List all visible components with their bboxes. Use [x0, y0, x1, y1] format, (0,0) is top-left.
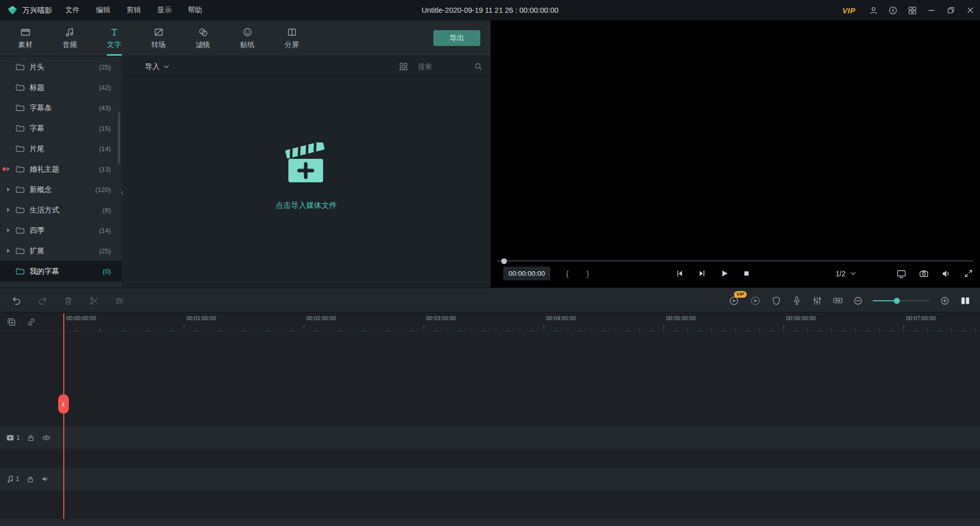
tab-label: 文字 — [107, 40, 121, 50]
tab-splitscreen[interactable]: 分屏 — [270, 20, 314, 56]
display-device-button[interactable] — [896, 269, 906, 279]
audio-track-lock-button[interactable] — [27, 475, 34, 483]
ruler-label: 00:07:00:00 — [906, 315, 936, 321]
tab-label: 音频 — [63, 40, 77, 50]
play-button[interactable] — [720, 269, 729, 278]
play-icon — [720, 269, 729, 278]
tab-media[interactable]: 素材 — [3, 20, 47, 56]
sidebar-item-extensions[interactable]: 扩展 (25) — [0, 241, 122, 261]
export-button[interactable]: 导出 — [433, 30, 480, 46]
sidebar-item-lifestyle[interactable]: 生活方式 (8) — [0, 200, 122, 220]
tab-filters[interactable]: 滤镜 — [181, 20, 225, 56]
sidebar-item-seasons[interactable]: 四季 (14) — [0, 220, 122, 241]
search-input[interactable] — [418, 63, 463, 70]
import-media-dropzone[interactable]: 点击导入媒体文件 — [122, 142, 491, 210]
volume-button[interactable] — [941, 269, 951, 279]
properties-button[interactable] — [114, 296, 125, 306]
sidebar-item-wedding[interactable]: 婚礼主题 (13) — [0, 159, 122, 179]
vip-badge[interactable]: VIP — [842, 6, 855, 15]
search-box[interactable] — [417, 60, 483, 73]
expand-arrow-icon[interactable] — [7, 249, 10, 253]
undo-button[interactable] — [11, 295, 22, 306]
toolbar-left-group — [11, 288, 125, 313]
restore-button[interactable] — [941, 0, 961, 20]
stop-button[interactable] — [743, 270, 750, 277]
delete-button[interactable] — [63, 296, 74, 306]
redo-button[interactable] — [37, 295, 48, 306]
next-frame-button[interactable] — [698, 269, 706, 278]
link-icon — [27, 317, 36, 327]
menu-clip[interactable]: 剪辑 — [127, 6, 141, 15]
sidebar-item-new-concept[interactable]: 新概念 (120) — [0, 179, 122, 200]
sidebar-item-intro[interactable]: 片头 (25) — [0, 57, 122, 77]
sidebar-item-titles[interactable]: 标题 (42) — [0, 77, 122, 98]
fit-timeline-button[interactable] — [832, 295, 843, 306]
playhead-handle[interactable]: ✂ — [58, 394, 69, 414]
mark-out-button[interactable]: } — [586, 267, 589, 280]
timeline-zoom-slider[interactable] — [873, 296, 930, 305]
workspace-layout-button[interactable] — [902, 0, 922, 20]
chevron-down-icon — [164, 65, 169, 68]
add-track-button[interactable] — [7, 317, 16, 327]
category-count: (25) — [99, 247, 111, 255]
sidebar-item-my-subtitles[interactable]: 我的字幕 (0) — [0, 261, 122, 281]
expand-arrow-icon[interactable] — [7, 228, 10, 232]
render-preview-button[interactable]: VIP — [728, 295, 740, 306]
timeline-ruler[interactable]: 00:00:00:00 00:01:00:00 00:02:00:00 00:0… — [64, 313, 980, 331]
zoom-out-button[interactable] — [853, 296, 863, 305]
minimize-button[interactable] — [922, 0, 941, 20]
video-track-visibility-button[interactable] — [42, 434, 51, 442]
video-track-lock-button[interactable] — [27, 434, 35, 442]
zoom-in-button[interactable] — [940, 296, 949, 305]
text-icon — [109, 27, 119, 38]
video-track[interactable] — [0, 426, 980, 449]
preview-quality-button[interactable] — [750, 295, 761, 306]
sidebar-item-lower-thirds[interactable]: 字幕条 (43) — [0, 98, 122, 118]
menu-view[interactable]: 显示 — [157, 6, 172, 15]
fullscreen-button[interactable] — [964, 269, 973, 278]
panel-layout-button[interactable] — [960, 295, 971, 306]
tab-audio[interactable]: 音频 — [47, 20, 92, 56]
expand-arrow-icon[interactable] — [7, 187, 10, 192]
folder-icon — [16, 206, 24, 213]
category-count: (14) — [99, 145, 111, 153]
account-button[interactable] — [864, 0, 883, 20]
snapshot-button[interactable] — [919, 269, 929, 279]
media-icon — [20, 27, 31, 38]
zoom-slider-handle[interactable] — [894, 298, 900, 304]
menu-help[interactable]: 帮助 — [188, 6, 202, 15]
mark-in-button[interactable]: { — [566, 267, 569, 280]
tab-stickers[interactable]: 贴纸 — [225, 20, 270, 56]
split-button[interactable] — [89, 296, 99, 306]
link-clips-button[interactable] — [27, 317, 36, 327]
menu-edit[interactable]: 编辑 — [96, 6, 110, 15]
panel-layout-icon — [960, 295, 971, 306]
copyright-shield-button[interactable] — [771, 296, 781, 306]
previous-frame-button[interactable] — [675, 269, 684, 278]
audio-track-type-icon — [6, 475, 14, 483]
grid-view-icon — [399, 62, 408, 71]
import-label: 导入 — [145, 62, 160, 71]
record-voiceover-button[interactable] — [792, 296, 802, 306]
menu-file[interactable]: 文件 — [65, 6, 80, 15]
seek-handle[interactable] — [501, 258, 507, 264]
collapse-panel-icon[interactable]: ‹ — [121, 188, 124, 197]
preview-page-dropdown[interactable]: 1/2 — [836, 267, 856, 280]
category-label: 字幕条 — [30, 103, 52, 113]
sidebar-item-end-credits[interactable]: 片尾 (14) — [0, 138, 122, 159]
grid-view-button[interactable] — [399, 62, 408, 71]
sidebar-scrollbar[interactable] — [118, 112, 120, 164]
tab-text[interactable]: 文字 — [92, 20, 136, 56]
tab-transitions[interactable]: 转场 — [136, 20, 181, 56]
audio-mixer-button[interactable] — [812, 296, 822, 306]
seek-bar[interactable] — [497, 257, 973, 265]
expand-arrow-icon[interactable] — [7, 167, 10, 171]
sidebar-item-subtitles[interactable]: 字幕 (15) — [0, 118, 122, 138]
monitor-icon — [896, 269, 906, 279]
expand-arrow-icon[interactable] — [7, 208, 10, 212]
import-dropdown[interactable]: 导入 — [145, 62, 169, 71]
audio-track-mute-button[interactable] — [41, 475, 50, 483]
close-button[interactable] — [961, 0, 980, 20]
feedback-button[interactable] — [883, 0, 902, 20]
audio-track[interactable] — [0, 468, 980, 490]
